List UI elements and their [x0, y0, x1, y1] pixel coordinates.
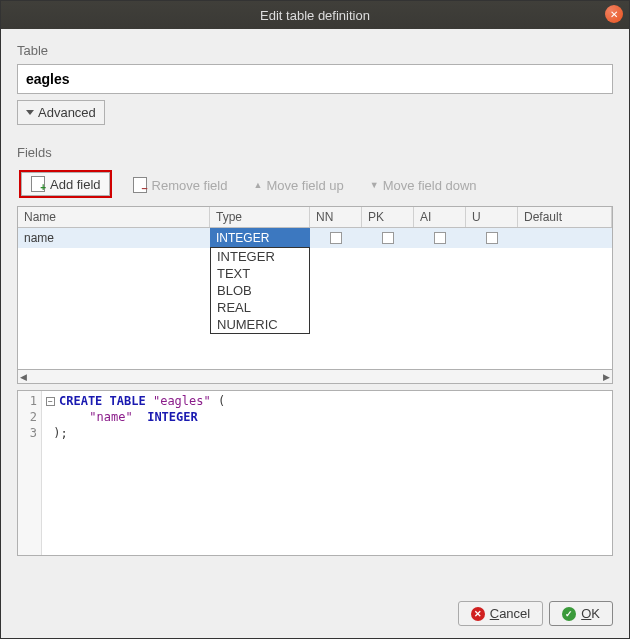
add-field-label: Add field — [50, 177, 101, 192]
column-header-ai[interactable]: AI — [414, 207, 466, 227]
type-dropdown[interactable]: INTEGER TEXT BLOB REAL NUMERIC — [210, 247, 310, 334]
close-icon[interactable]: ✕ — [605, 5, 623, 23]
sql-kw: CREATE TABLE — [59, 394, 146, 408]
type-option[interactable]: NUMERIC — [211, 316, 309, 333]
ok-label: OK — [581, 606, 600, 621]
move-up-button: ▲ Move field up — [247, 176, 349, 195]
column-header-type[interactable]: Type — [210, 207, 310, 227]
sql-close: ); — [53, 426, 67, 440]
cancel-label: Cancel — [490, 606, 530, 621]
ai-checkbox[interactable] — [434, 232, 446, 244]
ok-icon: ✓ — [562, 607, 576, 621]
add-field-button[interactable]: Add field — [21, 172, 110, 196]
horizontal-scrollbar[interactable]: ◀ ▶ — [17, 370, 613, 384]
sql-code[interactable]: −CREATE TABLE "eagles" ( "name" INTEGER … — [42, 391, 229, 555]
move-up-label: Move field up — [266, 178, 343, 193]
line-gutter: 1 2 3 — [18, 391, 42, 555]
arrow-down-icon: ▼ — [370, 180, 379, 190]
ok-button[interactable]: ✓ OK — [549, 601, 613, 626]
type-option[interactable]: REAL — [211, 299, 309, 316]
remove-field-label: Remove field — [152, 178, 228, 193]
type-selected-value[interactable]: INTEGER — [210, 228, 310, 248]
type-option[interactable]: BLOB — [211, 282, 309, 299]
cell-u[interactable] — [466, 232, 518, 244]
move-down-button: ▼ Move field down — [364, 176, 483, 195]
advanced-button[interactable]: Advanced — [17, 100, 105, 125]
cancel-icon: ✕ — [471, 607, 485, 621]
remove-field-icon — [132, 177, 148, 193]
column-header-name[interactable]: Name — [18, 207, 210, 227]
cell-pk[interactable] — [362, 232, 414, 244]
fields-table: Name Type NN PK AI U Default name INTEGE… — [17, 206, 613, 370]
chevron-down-icon — [26, 110, 34, 115]
titlebar: Edit table definition ✕ — [1, 1, 629, 29]
lineno: 2 — [20, 409, 37, 425]
fold-icon[interactable]: − — [46, 397, 55, 406]
column-header-default[interactable]: Default — [518, 207, 612, 227]
arrow-up-icon: ▲ — [253, 180, 262, 190]
cell-type[interactable]: INTEGER — [210, 228, 310, 248]
column-header-pk[interactable]: PK — [362, 207, 414, 227]
sql-paren: ( — [211, 394, 225, 408]
column-header-nn[interactable]: NN — [310, 207, 362, 227]
advanced-label: Advanced — [38, 105, 96, 120]
lineno: 1 — [20, 393, 37, 409]
sql-coltype: INTEGER — [147, 410, 198, 424]
sql-preview: 1 2 3 −CREATE TABLE "eagles" ( "name" IN… — [17, 390, 613, 556]
sql-tablename: "eagles" — [153, 394, 211, 408]
type-option[interactable]: TEXT — [211, 265, 309, 282]
lineno: 3 — [20, 425, 37, 441]
table-row[interactable]: name INTEGER — [18, 228, 612, 248]
window-title: Edit table definition — [260, 8, 370, 23]
table-name-input[interactable] — [17, 64, 613, 94]
table-label: Table — [17, 43, 613, 58]
scroll-right-icon[interactable]: ▶ — [603, 372, 610, 382]
type-option[interactable]: INTEGER — [211, 248, 309, 265]
move-down-label: Move field down — [383, 178, 477, 193]
sql-colname: "name" — [89, 410, 132, 424]
cancel-button[interactable]: ✕ Cancel — [458, 601, 543, 626]
nn-checkbox[interactable] — [330, 232, 342, 244]
cell-nn[interactable] — [310, 232, 362, 244]
fields-section-label: Fields — [17, 145, 613, 160]
table-header-row: Name Type NN PK AI U Default — [18, 207, 612, 228]
column-header-u[interactable]: U — [466, 207, 518, 227]
remove-field-button: Remove field — [126, 175, 234, 195]
cell-ai[interactable] — [414, 232, 466, 244]
u-checkbox[interactable] — [486, 232, 498, 244]
cell-name[interactable]: name — [18, 231, 210, 245]
scroll-left-icon[interactable]: ◀ — [20, 372, 27, 382]
add-field-icon — [30, 176, 46, 192]
pk-checkbox[interactable] — [382, 232, 394, 244]
